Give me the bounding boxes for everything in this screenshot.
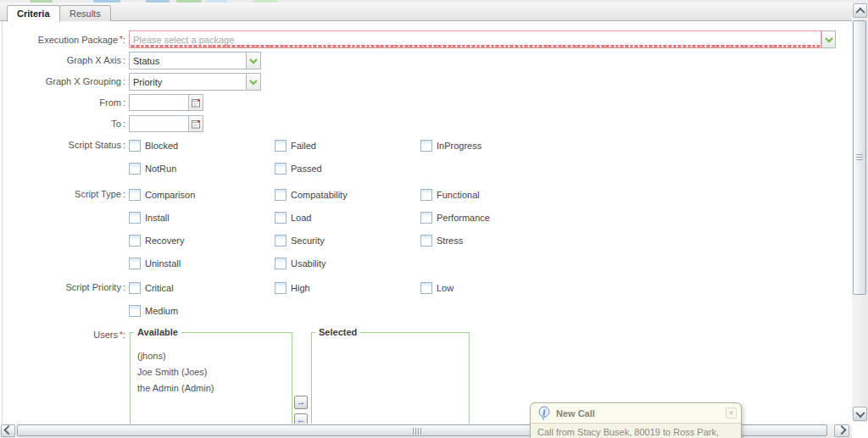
graph-x-axis-dropdown-trigger[interactable] bbox=[247, 52, 261, 69]
checkbox-label: Install bbox=[145, 211, 170, 223]
to-date-picker-trigger[interactable] bbox=[189, 115, 203, 132]
checkbox-label: Functional bbox=[437, 188, 480, 200]
svg-text:i: i bbox=[543, 408, 546, 417]
checkbox[interactable] bbox=[275, 163, 287, 175]
from-field bbox=[129, 94, 203, 111]
checkbox[interactable] bbox=[129, 163, 141, 175]
execution-package-dropdown-trigger[interactable] bbox=[821, 30, 836, 48]
script-priority-label: Script Priority: bbox=[0, 281, 125, 294]
checkbox[interactable] bbox=[275, 189, 287, 201]
users-selected-fieldset: Selected bbox=[311, 332, 470, 438]
checkbox-label: Compatability bbox=[291, 188, 348, 200]
tab-results[interactable]: Results bbox=[59, 5, 111, 21]
scroll-down-button[interactable] bbox=[853, 407, 867, 421]
checkbox[interactable] bbox=[420, 189, 432, 201]
close-icon[interactable]: × bbox=[726, 408, 737, 419]
checkbox[interactable] bbox=[129, 282, 141, 294]
list-item[interactable]: (jhons) bbox=[137, 348, 292, 364]
checkbox[interactable] bbox=[420, 282, 432, 294]
checkbox-option-blocked: Blocked bbox=[129, 139, 275, 162]
checkbox-label: Stress bbox=[437, 234, 463, 246]
checkbox-option-failed: Failed bbox=[275, 139, 420, 162]
checkbox-option-medium: Medium bbox=[129, 304, 275, 327]
script-status-group: BlockedFailedInProgressNotRunPassed bbox=[129, 139, 566, 185]
checkbox-option-notrun: NotRun bbox=[129, 162, 275, 185]
chevron-right-icon bbox=[837, 424, 846, 434]
checkbox-option-load: Load bbox=[275, 211, 420, 234]
scroll-up-button[interactable] bbox=[853, 3, 867, 18]
execution-package-combo bbox=[129, 30, 821, 48]
thumb-grip bbox=[413, 428, 421, 435]
execution-package-label: Execution Package*: bbox=[0, 31, 125, 48]
notification-header: i New Call × bbox=[531, 403, 741, 423]
script-priority-group: CriticalHighLowMedium bbox=[129, 281, 566, 327]
notification-line1: Call from Stacy Busek, 80019 to Ross Par… bbox=[537, 426, 734, 438]
new-call-notification: i New Call × Call from Stacy Busek, 8001… bbox=[530, 402, 742, 438]
graph-x-axis-input[interactable] bbox=[130, 53, 246, 69]
graph-x-axis-field bbox=[129, 52, 261, 69]
checkbox-option-low: Low bbox=[420, 281, 566, 304]
checkbox[interactable] bbox=[275, 258, 287, 269]
selected-title: Selected bbox=[315, 326, 360, 338]
checkbox[interactable] bbox=[129, 235, 141, 247]
criteria-screen: Criteria Results Execution Package*: Gra… bbox=[0, 0, 868, 438]
thumb-grip bbox=[856, 154, 863, 161]
checkbox-label: NotRun bbox=[145, 162, 176, 174]
to-label: To: bbox=[0, 115, 125, 132]
checkbox-option-critical: Critical bbox=[129, 281, 275, 304]
list-item[interactable]: the Admin (Admin) bbox=[137, 380, 292, 396]
users-label: Users*: bbox=[0, 329, 125, 341]
checkbox-label: Performance bbox=[437, 211, 490, 223]
checkbox[interactable] bbox=[275, 282, 287, 294]
checkbox[interactable] bbox=[129, 212, 141, 224]
checkbox[interactable] bbox=[275, 140, 287, 152]
checkbox[interactable] bbox=[420, 140, 432, 152]
checkbox[interactable] bbox=[129, 189, 141, 201]
to-field bbox=[129, 115, 203, 132]
from-label: From: bbox=[0, 94, 125, 111]
checkbox[interactable] bbox=[275, 235, 287, 247]
checkbox[interactable] bbox=[275, 212, 287, 224]
vertical-scrollbar[interactable] bbox=[852, 3, 868, 422]
checkbox-option-stress: Stress bbox=[420, 234, 566, 257]
checkbox-option-recovery: Recovery bbox=[129, 234, 275, 257]
checkbox-label: High bbox=[291, 281, 310, 293]
graph-x-grouping-dropdown-trigger[interactable] bbox=[247, 73, 261, 91]
checkbox[interactable] bbox=[420, 212, 432, 224]
chevron-down-icon bbox=[249, 79, 258, 86]
to-date-input[interactable] bbox=[130, 116, 188, 131]
script-type-label: Script Type: bbox=[0, 188, 125, 201]
calendar-icon bbox=[192, 119, 201, 129]
vertical-scrollbar-thumb[interactable] bbox=[853, 20, 866, 295]
checkbox-option-usability: Usability bbox=[275, 257, 420, 280]
scroll-left-button[interactable] bbox=[1, 424, 15, 437]
checkbox-option-performance: Performance bbox=[420, 211, 566, 234]
checkbox-option-comparison: Comparison bbox=[129, 188, 275, 211]
from-date-picker-trigger[interactable] bbox=[189, 94, 203, 111]
graph-x-grouping-input[interactable] bbox=[130, 74, 246, 90]
checkbox-label: Usability bbox=[291, 257, 326, 269]
from-date-input[interactable] bbox=[130, 95, 188, 110]
checkbox[interactable] bbox=[420, 235, 432, 247]
checkbox[interactable] bbox=[129, 140, 141, 152]
checkbox-label: Passed bbox=[291, 162, 322, 174]
notification-title: New Call bbox=[556, 408, 595, 419]
scroll-right-button[interactable] bbox=[834, 424, 849, 437]
checkbox-label: Load bbox=[291, 211, 311, 223]
checkbox[interactable] bbox=[129, 258, 141, 269]
checkbox-label: Medium bbox=[145, 304, 178, 316]
checkbox-label: Recovery bbox=[145, 234, 184, 246]
chevron-down-icon bbox=[249, 58, 258, 64]
chevron-left-icon bbox=[3, 424, 13, 434]
notification-body: Call from Stacy Busek, 80019 to Ross Par… bbox=[531, 423, 741, 438]
move-right-button[interactable]: → bbox=[294, 396, 308, 409]
calendar-icon bbox=[192, 98, 201, 108]
checkbox-label: Critical bbox=[145, 281, 174, 293]
tab-criteria[interactable]: Criteria bbox=[7, 5, 60, 22]
checkbox-label: Low bbox=[437, 281, 453, 293]
chevron-down-icon bbox=[825, 36, 833, 43]
checkbox[interactable] bbox=[129, 305, 141, 317]
checkbox-option-passed: Passed bbox=[275, 162, 420, 185]
list-item[interactable]: Joe Smith (Joes) bbox=[137, 364, 292, 380]
available-title: Available bbox=[134, 326, 181, 338]
